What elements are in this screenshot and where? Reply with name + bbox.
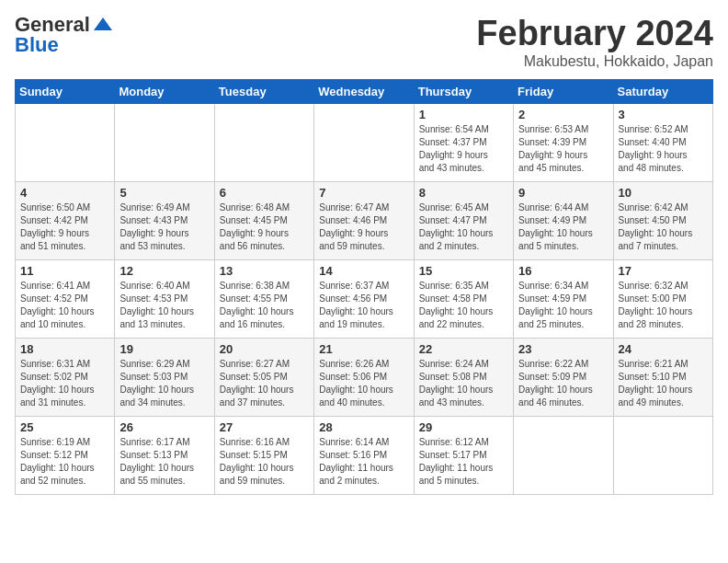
calendar-cell: 1Sunrise: 6:54 AM Sunset: 4:37 PM Daylig… [414,103,513,181]
title-area: February 2024 Makubestu, Hokkaido, Japan [476,15,713,70]
day-info: Sunrise: 6:34 AM Sunset: 4:59 PM Dayligh… [518,280,608,331]
day-info: Sunrise: 6:29 AM Sunset: 5:03 PM Dayligh… [119,358,209,409]
calendar-cell: 4Sunrise: 6:50 AM Sunset: 4:42 PM Daylig… [16,181,115,259]
day-info: Sunrise: 6:53 AM Sunset: 4:39 PM Dayligh… [518,123,608,175]
day-info: Sunrise: 6:38 AM Sunset: 4:55 PM Dayligh… [220,280,309,331]
calendar-cell [514,416,613,494]
calendar-cell: 13Sunrise: 6:38 AM Sunset: 4:55 PM Dayli… [214,259,313,338]
day-info: Sunrise: 6:52 AM Sunset: 4:40 PM Dayligh… [619,123,708,175]
day-number: 15 [419,264,508,278]
day-info: Sunrise: 6:17 AM Sunset: 5:13 PM Dayligh… [119,436,209,488]
calendar-cell [613,416,712,494]
day-number: 13 [220,264,309,278]
calendar-cell: 15Sunrise: 6:35 AM Sunset: 4:58 PM Dayli… [414,259,513,338]
day-info: Sunrise: 6:31 AM Sunset: 5:02 PM Dayligh… [20,358,109,409]
calendar-cell: 16Sunrise: 6:34 AM Sunset: 4:59 PM Dayli… [514,259,613,338]
day-info: Sunrise: 6:50 AM Sunset: 4:42 PM Dayligh… [20,201,109,253]
calendar-cell: 29Sunrise: 6:12 AM Sunset: 5:17 PM Dayli… [414,416,513,494]
day-number: 25 [20,420,109,434]
day-info: Sunrise: 6:22 AM Sunset: 5:09 PM Dayligh… [518,358,608,409]
day-number: 7 [319,186,408,200]
day-info: Sunrise: 6:14 AM Sunset: 5:16 PM Dayligh… [319,436,408,488]
day-header-wednesday: Wednesday [314,79,414,103]
day-info: Sunrise: 6:16 AM Sunset: 5:15 PM Dayligh… [220,436,309,488]
calendar-cell: 2Sunrise: 6:53 AM Sunset: 4:39 PM Daylig… [514,103,613,181]
day-number: 6 [220,186,309,200]
day-info: Sunrise: 6:26 AM Sunset: 5:06 PM Dayligh… [319,358,408,409]
calendar-cell: 27Sunrise: 6:16 AM Sunset: 5:15 PM Dayli… [214,416,313,494]
day-number: 17 [619,264,708,278]
svg-marker-0 [94,17,112,30]
day-number: 14 [319,264,408,278]
calendar-cell: 10Sunrise: 6:42 AM Sunset: 4:50 PM Dayli… [613,181,712,259]
day-number: 1 [419,108,508,121]
day-number: 16 [518,264,608,278]
calendar-cell: 17Sunrise: 6:32 AM Sunset: 5:00 PM Dayli… [613,259,712,338]
day-number: 28 [319,420,408,434]
calendar-cell: 22Sunrise: 6:24 AM Sunset: 5:08 PM Dayli… [414,338,513,416]
day-number: 24 [619,342,708,356]
calendar-cell [214,103,313,181]
page-header: General Blue February 2024 Makubestu, Ho… [15,15,713,70]
day-info: Sunrise: 6:44 AM Sunset: 4:49 PM Dayligh… [518,201,608,253]
day-number: 12 [119,264,209,278]
calendar-cell [115,103,214,181]
calendar-cell: 9Sunrise: 6:44 AM Sunset: 4:49 PM Daylig… [514,181,613,259]
calendar-subtitle: Makubestu, Hokkaido, Japan [476,53,713,70]
day-header-tuesday: Tuesday [214,79,313,103]
day-header-sunday: Sunday [16,79,115,103]
calendar-cell: 3Sunrise: 6:52 AM Sunset: 4:40 PM Daylig… [613,103,712,181]
calendar-cell: 11Sunrise: 6:41 AM Sunset: 4:52 PM Dayli… [16,259,115,338]
day-info: Sunrise: 6:41 AM Sunset: 4:52 PM Dayligh… [20,280,109,331]
calendar-cell: 26Sunrise: 6:17 AM Sunset: 5:13 PM Dayli… [115,416,214,494]
day-info: Sunrise: 6:54 AM Sunset: 4:37 PM Dayligh… [419,123,508,175]
calendar-cell: 19Sunrise: 6:29 AM Sunset: 5:03 PM Dayli… [115,338,214,416]
calendar-cell: 6Sunrise: 6:48 AM Sunset: 4:45 PM Daylig… [214,181,313,259]
day-number: 21 [319,342,408,356]
day-info: Sunrise: 6:32 AM Sunset: 5:00 PM Dayligh… [619,280,708,331]
calendar-table: SundayMondayTuesdayWednesdayThursdayFrid… [15,79,713,495]
day-info: Sunrise: 6:21 AM Sunset: 5:10 PM Dayligh… [619,358,708,409]
day-number: 23 [518,342,608,356]
calendar-cell: 25Sunrise: 6:19 AM Sunset: 5:12 PM Dayli… [16,416,115,494]
calendar-cell: 21Sunrise: 6:26 AM Sunset: 5:06 PM Dayli… [314,338,414,416]
logo: General Blue [15,15,112,55]
day-info: Sunrise: 6:40 AM Sunset: 4:53 PM Dayligh… [119,280,209,331]
day-info: Sunrise: 6:47 AM Sunset: 4:46 PM Dayligh… [319,201,408,253]
calendar-cell: 28Sunrise: 6:14 AM Sunset: 5:16 PM Dayli… [314,416,414,494]
day-info: Sunrise: 6:24 AM Sunset: 5:08 PM Dayligh… [419,358,508,409]
calendar-cell: 14Sunrise: 6:37 AM Sunset: 4:56 PM Dayli… [314,259,414,338]
day-number: 27 [220,420,309,434]
day-number: 5 [119,186,209,200]
day-header-saturday: Saturday [613,79,712,103]
day-number: 4 [20,186,109,200]
calendar-cell: 5Sunrise: 6:49 AM Sunset: 4:43 PM Daylig… [115,181,214,259]
day-info: Sunrise: 6:37 AM Sunset: 4:56 PM Dayligh… [319,280,408,331]
day-number: 3 [619,108,708,121]
calendar-cell: 23Sunrise: 6:22 AM Sunset: 5:09 PM Dayli… [514,338,613,416]
day-info: Sunrise: 6:42 AM Sunset: 4:50 PM Dayligh… [619,201,708,253]
calendar-cell: 24Sunrise: 6:21 AM Sunset: 5:10 PM Dayli… [613,338,712,416]
day-header-thursday: Thursday [414,79,513,103]
day-number: 29 [419,420,508,434]
calendar-cell [16,103,115,181]
day-info: Sunrise: 6:48 AM Sunset: 4:45 PM Dayligh… [220,201,309,253]
calendar-cell: 8Sunrise: 6:45 AM Sunset: 4:47 PM Daylig… [414,181,513,259]
day-info: Sunrise: 6:35 AM Sunset: 4:58 PM Dayligh… [419,280,508,331]
logo-icon [94,17,112,32]
day-info: Sunrise: 6:19 AM Sunset: 5:12 PM Dayligh… [20,436,109,488]
day-header-friday: Friday [514,79,613,103]
day-number: 11 [20,264,109,278]
calendar-cell: 12Sunrise: 6:40 AM Sunset: 4:53 PM Dayli… [115,259,214,338]
day-number: 8 [419,186,508,200]
logo-general: General [15,15,90,35]
day-info: Sunrise: 6:12 AM Sunset: 5:17 PM Dayligh… [419,436,508,488]
day-number: 18 [20,342,109,356]
day-number: 22 [419,342,508,356]
day-info: Sunrise: 6:27 AM Sunset: 5:05 PM Dayligh… [220,358,309,409]
day-number: 26 [119,420,209,434]
day-number: 9 [518,186,608,200]
day-number: 10 [619,186,708,200]
day-number: 20 [220,342,309,356]
calendar-cell: 20Sunrise: 6:27 AM Sunset: 5:05 PM Dayli… [214,338,313,416]
